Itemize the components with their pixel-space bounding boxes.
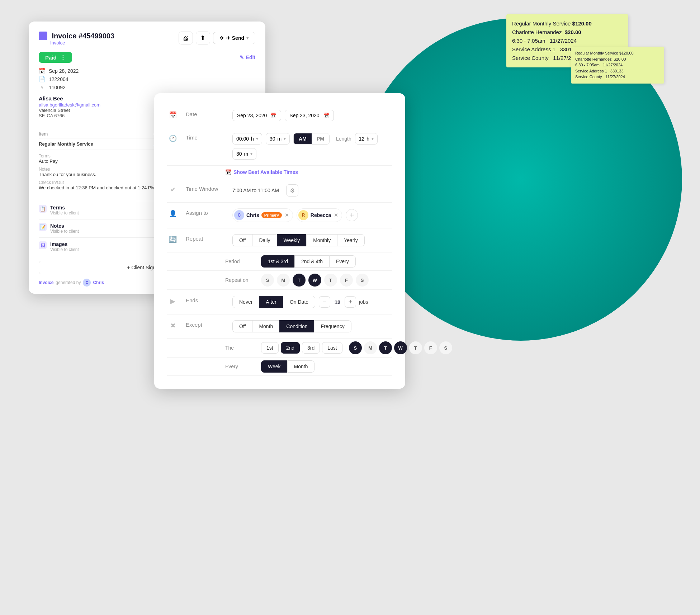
- time-hour-label: h: [251, 136, 254, 142]
- edit-button[interactable]: ✎ Edit: [240, 55, 255, 60]
- period-toggle-group[interactable]: 1st & 3rd 2nd & 4th Every: [261, 255, 356, 268]
- time-window-field-row: ✔ Time Window 7:00 AM to 11:00 AM ⚙: [167, 179, 392, 203]
- time-minute-value: 30: [270, 136, 275, 142]
- ends-count-value: 12: [333, 299, 342, 305]
- the-day-s1[interactable]: S: [349, 341, 362, 354]
- day-btn-s1[interactable]: S: [261, 274, 274, 287]
- period-2nd4th-button[interactable]: 2nd & 4th: [294, 255, 329, 268]
- ordinal-1st-button[interactable]: 1st: [261, 342, 279, 354]
- invoice-icon: [39, 32, 47, 40]
- invoice-label: Invoice: [50, 40, 114, 46]
- repeat-field-row: 🔄 Repeat Off Daily Weekly Monthly Yearly: [167, 228, 392, 252]
- day-btn-s2[interactable]: S: [356, 274, 369, 287]
- length-hours-select[interactable]: 12 h ▾: [355, 133, 378, 145]
- ends-never-button[interactable]: Never: [232, 296, 259, 308]
- ends-toggle-group[interactable]: Never After On Date: [232, 296, 315, 308]
- period-every-button[interactable]: Every: [329, 255, 356, 268]
- length-h-label: h: [366, 136, 369, 142]
- repeat-on-sub-row: Repeat on S M T W T F S: [167, 271, 392, 290]
- chris-name: Chris: [246, 212, 259, 218]
- rebecca-remove-button[interactable]: ✕: [334, 212, 338, 218]
- period-1st3rd-button[interactable]: 1st & 3rd: [261, 255, 294, 268]
- except-condition-button[interactable]: Condition: [279, 320, 314, 332]
- the-day-f[interactable]: F: [424, 341, 437, 354]
- length-minutes-select[interactable]: 30 m ▾: [232, 148, 256, 160]
- date-start-value: Sep 23, 2020: [237, 113, 267, 118]
- paid-label: Paid: [45, 55, 57, 61]
- ends-icon: ▶: [167, 296, 179, 305]
- day-btn-t1[interactable]: T: [293, 274, 306, 287]
- every-toggle-group[interactable]: Week Month: [261, 360, 314, 373]
- the-day-w[interactable]: W: [394, 341, 407, 354]
- every-week-button[interactable]: Week: [261, 360, 287, 373]
- except-off-button[interactable]: Off: [232, 320, 252, 332]
- repeat-off-button[interactable]: Off: [232, 234, 252, 246]
- print-button[interactable]: 🖨: [179, 32, 193, 44]
- length-hour-chevron-icon: ▾: [372, 136, 374, 141]
- add-assignee-button[interactable]: +: [346, 209, 358, 221]
- chris-avatar: C: [234, 210, 244, 220]
- time-minute-select[interactable]: 30 m ▾: [266, 133, 290, 145]
- export-button[interactable]: ⬆: [196, 32, 210, 44]
- edit-label: Edit: [246, 55, 255, 60]
- rebecca-avatar: R: [298, 210, 308, 220]
- images-section-title: Images: [50, 241, 79, 247]
- assignee-chip-rebecca[interactable]: R Rebecca ✕: [297, 208, 342, 222]
- assignee-chip-chris[interactable]: C Chris Primary ✕: [232, 208, 293, 222]
- repeat-monthly-button[interactable]: Monthly: [306, 234, 337, 246]
- notes-section-sub: Visible to client: [50, 229, 79, 234]
- repeat-toggle-group[interactable]: Off Daily Weekly Monthly Yearly: [232, 234, 365, 246]
- invoice-hash-num: 110092: [49, 85, 66, 90]
- time-hour-select[interactable]: 00:00 h ▾: [232, 133, 262, 145]
- ends-on-date-button[interactable]: On Date: [283, 296, 315, 308]
- the-day-m[interactable]: M: [364, 341, 377, 354]
- the-day-t2[interactable]: T: [409, 341, 422, 354]
- the-day-t1[interactable]: T: [379, 341, 392, 354]
- length-hours-value: 12: [359, 136, 365, 142]
- best-available-link[interactable]: 📆 Show Best Available Times: [225, 169, 392, 175]
- except-month-button[interactable]: Month: [252, 320, 279, 332]
- notes-value: Thank ou for your business.: [39, 172, 155, 177]
- paid-badge: Paid ⋮: [39, 52, 72, 63]
- chris-remove-button[interactable]: ✕: [285, 212, 289, 218]
- checkin-label: Check In/Out: [39, 180, 155, 185]
- ordinal-group[interactable]: 1st 2nd 3rd Last: [261, 342, 342, 354]
- period-sub-row: Period 1st & 3rd 2nd & 4th Every: [167, 252, 392, 271]
- sticky-small-line-5: Service County 11/27/2024: [575, 74, 660, 80]
- send-button[interactable]: ✈ ✈ Send ▾: [213, 32, 255, 44]
- the-sub-row: The 1st 2nd 3rd Last S M T W T F S: [167, 339, 392, 358]
- decrement-count-button[interactable]: −: [319, 296, 330, 308]
- notes-label: Notes: [39, 167, 155, 172]
- assign-to-field-row: 👤 Assign to C Chris Primary ✕ R Rebecca …: [167, 203, 392, 228]
- except-field-row: ✖ Except Off Month Condition Frequency: [167, 314, 392, 339]
- time-window-settings-button[interactable]: ⚙: [286, 184, 298, 197]
- ends-after-button[interactable]: After: [259, 296, 283, 308]
- sticky-small-line-4: Service Address 1 330133: [575, 68, 660, 74]
- day-btn-t2[interactable]: T: [324, 274, 337, 287]
- every-label: Every: [225, 364, 257, 369]
- except-frequency-button[interactable]: Frequency: [314, 320, 351, 332]
- increment-count-button[interactable]: +: [345, 296, 356, 308]
- date-start-input[interactable]: Sep 23, 2020 📅: [232, 110, 281, 121]
- day-btn-f[interactable]: F: [340, 274, 353, 287]
- ordinal-3rd-button[interactable]: 3rd: [302, 342, 320, 354]
- am-pm-toggle[interactable]: AM PM: [293, 133, 330, 145]
- date-end-input[interactable]: Sep 23, 2020 📅: [285, 110, 334, 121]
- am-button[interactable]: AM: [294, 133, 312, 144]
- repeat-icon: 🔄: [167, 234, 179, 243]
- ordinal-2nd-button[interactable]: 2nd: [281, 342, 300, 354]
- terms-value: Auto Pay: [39, 159, 155, 164]
- day-btn-m[interactable]: M: [277, 274, 290, 287]
- except-toggle-group[interactable]: Off Month Condition Frequency: [232, 320, 351, 332]
- repeat-yearly-button[interactable]: Yearly: [337, 234, 364, 246]
- time-field-row: 🕐 Time 00:00 h ▾ 30 m ▾ AM PM Length 12 …: [167, 127, 392, 166]
- invoice-number: Invoice #45499003: [52, 32, 114, 40]
- the-day-s2[interactable]: S: [439, 341, 452, 354]
- repeat-daily-button[interactable]: Daily: [252, 234, 276, 246]
- every-month-button[interactable]: Month: [287, 360, 315, 373]
- footer-invoice-link[interactable]: Invoice: [39, 280, 53, 285]
- day-btn-w[interactable]: W: [308, 274, 321, 287]
- pm-button[interactable]: PM: [312, 133, 329, 144]
- ordinal-last-button[interactable]: Last: [322, 342, 342, 354]
- repeat-weekly-button[interactable]: Weekly: [277, 234, 307, 246]
